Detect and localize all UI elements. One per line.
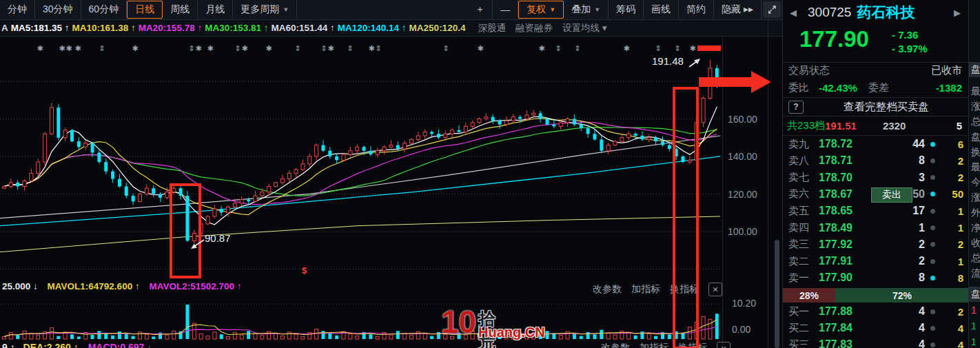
period-button-5[interactable]: 月线 bbox=[198, 0, 233, 19]
buy-sell-ratio-bar: 28% 72% bbox=[783, 288, 969, 303]
link-1[interactable]: 融资融券 bbox=[515, 22, 553, 34]
svg-text:✱: ✱ bbox=[59, 44, 65, 52]
control-加指标[interactable]: 加指标 bbox=[631, 283, 660, 296]
ma-legend-row: AMA5:181.35 ↑MA10:161.38 ↑MA20:155.78 ↑M… bbox=[0, 20, 784, 37]
svg-text:⇕: ⇕ bbox=[442, 44, 449, 52]
ma-settings-button[interactable]: 设置均线 ▾ bbox=[562, 22, 607, 34]
prev-stock-arrow[interactable]: ◀ bbox=[784, 8, 802, 18]
svg-text:✱: ✱ bbox=[132, 44, 138, 52]
svg-text:⇕: ⇕ bbox=[188, 44, 194, 52]
clipped-label: 盘 bbox=[971, 131, 980, 143]
control-改参数[interactable]: 改参数 bbox=[593, 283, 622, 296]
clipped-label: 流 bbox=[971, 267, 980, 280]
annotation-box-rally bbox=[673, 87, 699, 348]
ask-row-4[interactable]: 卖四178.4911 bbox=[783, 220, 969, 236]
svg-text:⇕: ⇕ bbox=[294, 44, 300, 52]
ask-row-7[interactable]: 卖七178.7032 bbox=[783, 170, 969, 186]
depth-count: 5 bbox=[957, 120, 962, 132]
vol-fragment: 25.000 bbox=[2, 281, 30, 291]
fullscreen-expand-icon[interactable] bbox=[763, 1, 781, 18]
help-icon[interactable]: ? bbox=[788, 101, 804, 114]
mavol2-arrow: ↑ bbox=[237, 281, 242, 291]
clipped-label: 1 bbox=[971, 320, 980, 331]
tool-button-2[interactable]: 复权▼ bbox=[518, 1, 564, 19]
period-button-1[interactable]: 30分钟 bbox=[35, 0, 81, 19]
period-button-4[interactable]: 周线 bbox=[163, 0, 198, 19]
chart-scrollbar[interactable] bbox=[775, 240, 779, 348]
candlestick-chart[interactable]: ✱✱✱✱⇕✱⇕✱✱⇕✱✱⇕⇕✱⇕✱⇕⇕✱✱⇕⇕✱⇕⇕✱✱ bbox=[0, 36, 782, 348]
volume-axis-label: 0.00 bbox=[732, 324, 773, 335]
ma-legend-2: MA10:161.38 ↑ bbox=[72, 23, 136, 33]
macd-fragment: 9 bbox=[2, 342, 8, 348]
ask-row-9[interactable]: 卖九178.72446 bbox=[783, 136, 969, 152]
price-change: - 7.36 bbox=[892, 29, 918, 41]
stock-header: ◀ 300725 药石科技 ▶ bbox=[783, 0, 969, 25]
sell-ratio: 28% bbox=[783, 288, 835, 303]
tool-button-4[interactable]: 筹码 bbox=[609, 0, 644, 19]
price-change-pct: - 3.97% bbox=[892, 43, 928, 54]
link-0[interactable]: 深股通 bbox=[478, 22, 506, 34]
watermark-site: Huang.CN bbox=[478, 325, 545, 340]
status-label: 交易状态 bbox=[788, 64, 830, 77]
clipped-label: 涨 bbox=[971, 101, 980, 113]
clipped-label: 1 bbox=[971, 336, 980, 347]
bid-row-3[interactable]: 买三177.8344 bbox=[783, 336, 969, 348]
mavol2-label: MAVOL2:51502.700 bbox=[149, 281, 234, 291]
full-depth-link[interactable]: 查看完整档买卖盘 bbox=[844, 100, 929, 114]
tool-button-6[interactable]: 简约 bbox=[679, 0, 714, 19]
mavol1-label: MAVOL1:64792.600 bbox=[48, 281, 133, 291]
svg-text:✱: ✱ bbox=[368, 44, 374, 52]
weicha-value: -1382 bbox=[936, 82, 962, 94]
status-value: 已收市 bbox=[931, 64, 962, 77]
mavol1-arrow: ↑ bbox=[135, 281, 140, 291]
svg-text:⇕: ⇕ bbox=[674, 44, 680, 52]
svg-text:⇕: ⇕ bbox=[375, 44, 381, 52]
tool-button-0[interactable]: ＋ bbox=[467, 0, 493, 19]
ma-legend-6: MA120:140.14 ↑ bbox=[338, 23, 407, 33]
depth-volume: 2320 bbox=[883, 120, 906, 132]
close-icon[interactable]: ✕ bbox=[717, 342, 731, 348]
weibi-label: 委比 bbox=[788, 81, 809, 94]
tool-button-3[interactable]: 叠加▼ bbox=[564, 0, 609, 19]
control-改参数[interactable]: 改参数 bbox=[601, 342, 630, 348]
plot-border bbox=[722, 36, 723, 348]
sell-button[interactable]: 卖出 bbox=[871, 187, 912, 203]
clipped-label: 1 bbox=[971, 305, 980, 316]
annotation-low-price: 90.87 bbox=[205, 232, 231, 244]
ma-legend-5: MA60:151.44 ↑ bbox=[271, 23, 334, 33]
period-button-6[interactable]: 更多周期▼ bbox=[233, 0, 297, 19]
svg-text:⇕: ⇕ bbox=[555, 44, 561, 52]
macd-arrow: ↓ bbox=[147, 342, 152, 348]
bid-row-2[interactable]: 买二177.8444 bbox=[783, 320, 969, 336]
close-icon[interactable]: ✕ bbox=[708, 283, 722, 296]
dea-label: DEA:2.260 bbox=[23, 342, 71, 348]
tool-button-5[interactable]: 画线 bbox=[644, 0, 679, 19]
next-stock-arrow[interactable]: ▶ bbox=[948, 8, 966, 18]
svg-text:✱: ✱ bbox=[241, 44, 247, 52]
svg-text:✱: ✱ bbox=[207, 44, 213, 52]
full-depth-link-row[interactable]: ? 查看完整档买卖盘 bbox=[783, 98, 969, 116]
ask-row-6[interactable]: 卖六178.675050卖出 bbox=[783, 186, 969, 203]
clipped-quote-column: 盘最涨总盘换最今涨外净收总流盘111 bbox=[968, 0, 980, 348]
order-book-panel: ◀ 300725 药石科技 ▶ 177.90 - 7.36 - 3.97% 交易… bbox=[782, 0, 969, 348]
clipped-label: 收 bbox=[971, 237, 980, 249]
ask-row-1[interactable]: 卖一177.9088 bbox=[783, 269, 969, 286]
svg-text:✱: ✱ bbox=[689, 44, 695, 52]
y-axis-label: 140.00 bbox=[728, 151, 769, 162]
svg-text:⇕: ⇕ bbox=[99, 44, 105, 52]
weibi-row: 委比 -42.43% 委差 -1382 bbox=[783, 79, 969, 98]
ask-row-8[interactable]: 卖八178.7182 bbox=[783, 152, 969, 169]
tool-button-1[interactable]: — bbox=[493, 0, 518, 19]
active-dot-icon bbox=[930, 192, 935, 196]
ask-row-3[interactable]: 卖三177.9222 bbox=[783, 236, 969, 253]
control-加指标[interactable]: 加指标 bbox=[640, 342, 668, 348]
period-button-2[interactable]: 60分钟 bbox=[81, 0, 127, 19]
vol-arrow: ↓ bbox=[33, 281, 38, 291]
bid-row-1[interactable]: 买一177.8842 bbox=[783, 303, 969, 320]
ask-row-5[interactable]: 卖五178.65171 bbox=[783, 203, 969, 219]
tool-button-7[interactable]: 隐藏 ▸▸ bbox=[714, 0, 762, 19]
ask-row-2[interactable]: 卖二177.9121 bbox=[783, 253, 969, 269]
period-button-0[interactable]: 分钟 bbox=[0, 0, 35, 19]
period-button-3[interactable]: 日线 bbox=[127, 1, 163, 19]
svg-text:⇕: ⇕ bbox=[347, 44, 353, 52]
